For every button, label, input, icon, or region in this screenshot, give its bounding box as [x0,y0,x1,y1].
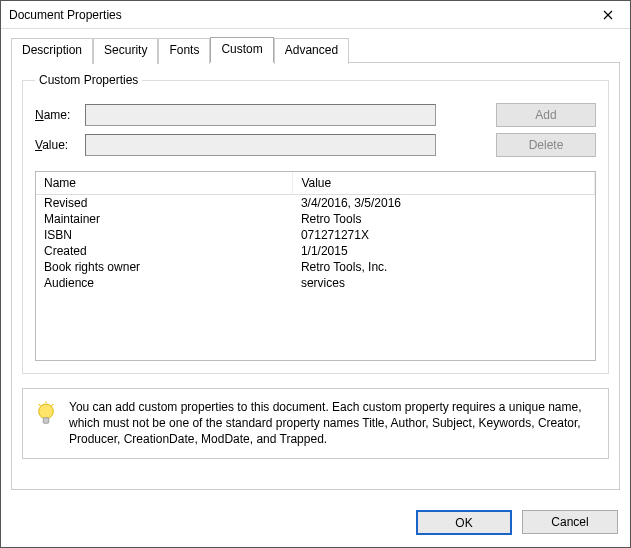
add-button[interactable]: Add [496,103,596,127]
cell-value: 3/4/2016, 3/5/2016 [293,195,595,212]
properties-table-container: Name Value Revised3/4/2016, 3/5/2016Main… [35,171,596,361]
tab-strip: Description Security Fonts Custom Advanc… [11,37,620,63]
tab-advanced[interactable]: Advanced [274,38,349,64]
name-label: Name: [35,108,85,122]
group-legend: Custom Properties [35,73,142,87]
cell-value: Retro Tools [293,211,595,227]
name-input[interactable] [85,104,436,126]
cell-name: Book rights owner [36,259,293,275]
cancel-button[interactable]: Cancel [522,510,618,534]
table-row[interactable]: ISBN071271271X [36,227,595,243]
cell-value: 1/1/2015 [293,243,595,259]
svg-rect-1 [43,418,49,424]
info-text: You can add custom properties to this do… [69,399,596,448]
cell-name: Audience [36,275,293,291]
table-row[interactable]: MaintainerRetro Tools [36,211,595,227]
table-row[interactable]: Revised3/4/2016, 3/5/2016 [36,195,595,212]
value-label: Value: [35,138,85,152]
window-title: Document Properties [9,8,586,22]
value-input[interactable] [85,134,436,156]
ok-button[interactable]: OK [416,510,512,535]
cell-name: Revised [36,195,293,212]
svg-point-0 [39,404,54,419]
cell-name: Created [36,243,293,259]
custom-properties-group: Custom Properties Name: Add Value: Delet… [22,73,609,374]
dialog-content: Description Security Fonts Custom Advanc… [1,29,630,500]
cell-name: Maintainer [36,211,293,227]
tab-panel-custom: Custom Properties Name: Add Value: Delet… [11,62,620,490]
tab-description[interactable]: Description [11,38,93,64]
close-button[interactable] [586,1,630,29]
tab-fonts[interactable]: Fonts [158,38,210,64]
cell-value: 071271271X [293,227,595,243]
lightbulb-icon [35,401,57,429]
delete-button[interactable]: Delete [496,133,596,157]
close-icon [603,10,613,20]
col-header-value[interactable]: Value [293,172,595,195]
col-header-name[interactable]: Name [36,172,293,195]
dialog-footer: OK Cancel [1,500,630,547]
cell-value: Retro Tools, Inc. [293,259,595,275]
tab-security[interactable]: Security [93,38,158,64]
table-row[interactable]: Created1/1/2015 [36,243,595,259]
name-row: Name: Add [35,103,596,127]
tab-custom[interactable]: Custom [210,37,273,63]
titlebar: Document Properties [1,1,630,29]
properties-table[interactable]: Name Value Revised3/4/2016, 3/5/2016Main… [36,172,595,291]
table-row[interactable]: Audienceservices [36,275,595,291]
cell-name: ISBN [36,227,293,243]
info-box: You can add custom properties to this do… [22,388,609,459]
cell-value: services [293,275,595,291]
table-row[interactable]: Book rights ownerRetro Tools, Inc. [36,259,595,275]
value-row: Value: Delete [35,133,596,157]
